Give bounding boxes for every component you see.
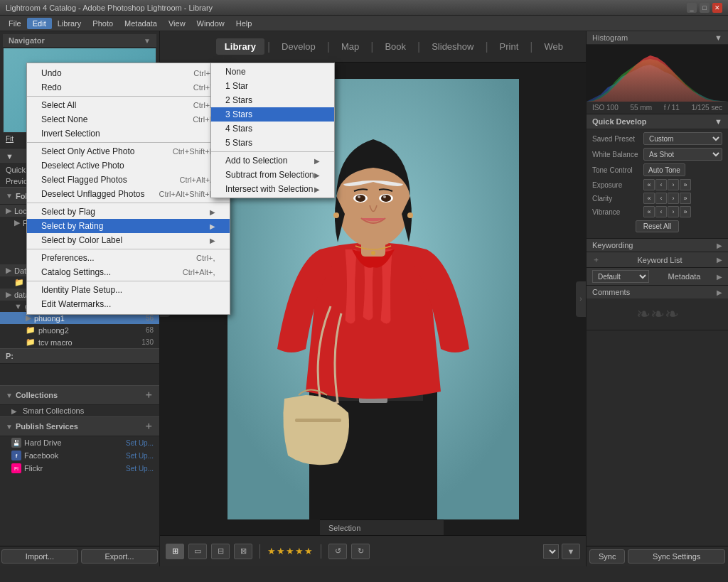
view-loupe[interactable]: ▭ [188, 544, 207, 559]
saved-preset-select[interactable]: Custom [643, 132, 722, 145]
menu-metadata[interactable]: Metadata [119, 18, 163, 29]
tab-print[interactable]: Print [491, 38, 528, 55]
exposure-minus[interactable]: ‹ [655, 179, 667, 190]
auto-tone-btn[interactable]: Auto Tone [643, 163, 685, 176]
clarity-dbl-minus[interactable]: « [643, 193, 655, 204]
exposure-dbl-minus[interactable]: « [643, 179, 655, 190]
vibrance-minus[interactable]: ‹ [655, 206, 667, 217]
tab-develop[interactable]: Develop [273, 38, 324, 55]
menu-identity-plate[interactable]: Identity Plate Setup... [27, 283, 230, 297]
rating-add-to-selection[interactable]: Add to Selection ▶ [211, 153, 334, 168]
comments-header[interactable]: Comments ▶ [587, 286, 728, 298]
publish-label: Publish Services [16, 422, 78, 431]
rating-5-stars[interactable]: 5 Stars [211, 136, 334, 150]
vibrance-plus[interactable]: › [668, 206, 679, 217]
menu-view[interactable]: View [163, 18, 191, 29]
view-compare[interactable]: ⊟ [211, 544, 230, 559]
tab-map[interactable]: Map [333, 38, 368, 55]
filmstrip-settings[interactable]: ▼ [562, 544, 580, 559]
reset-all-btn[interactable]: Reset All [636, 220, 679, 232]
menu-select-active[interactable]: Select Only Active Photo Ctrl+Shift+D [27, 144, 230, 158]
navigator-header[interactable]: Navigator ▼ [3, 34, 156, 48]
zoom-fit[interactable]: Fit [6, 135, 14, 143]
minimize-button[interactable]: _ [687, 3, 697, 13]
hard-drive-setup[interactable]: Set Up... [126, 439, 154, 447]
menu-undo[interactable]: Undo Ctrl+Z [27, 66, 230, 80]
menu-library[interactable]: Library [52, 18, 87, 29]
menu-deselect-active[interactable]: Deselect Active Photo / [27, 158, 230, 173]
rating-intersect-with-selection[interactable]: Intersect with Selection ▶ [211, 182, 334, 196]
publish-add[interactable]: ＋ [144, 420, 154, 433]
clarity-dbl-plus[interactable]: » [680, 193, 691, 204]
menu-edit[interactable]: Edit [27, 18, 52, 29]
rotate-left[interactable]: ↺ [328, 544, 347, 559]
menu-select-by-rating[interactable]: Select by Rating ▶ [27, 219, 230, 233]
vibrance-row: Vibrance « ‹ › » [592, 206, 722, 217]
metadata-select[interactable]: Default [592, 270, 649, 283]
white-balance-select[interactable]: As Shot [643, 148, 722, 161]
rating-1-star[interactable]: 1 Star [211, 79, 334, 93]
facebook-setup[interactable]: Set Up... [126, 452, 154, 460]
tcv-macro-row[interactable]: 📁 tcv macro 130 [0, 336, 159, 348]
keyword-list-add[interactable]: ＋ [592, 254, 600, 265]
menu-select-flagged[interactable]: Select Flagged Photos Ctrl+Alt+A [27, 173, 230, 187]
flickr-publish[interactable]: Fl Flickr Set Up... [0, 462, 159, 475]
filmstrip-sort[interactable] [543, 544, 559, 559]
metadata-header[interactable]: Default Metadata ▶ [587, 268, 728, 285]
collections-section-header[interactable]: ▼ Collections ＋ [0, 385, 159, 405]
sync-settings-button[interactable]: Sync Settings [628, 549, 725, 564]
publish-section-header[interactable]: ▼ Publish Services ＋ [0, 416, 159, 436]
exposure-dbl-plus[interactable]: » [680, 179, 691, 190]
rating-subtract-from-selection[interactable]: Subtract from Selection ▶ [211, 168, 334, 182]
menu-help[interactable]: Help [230, 18, 258, 29]
menu-photo[interactable]: Photo [87, 18, 119, 29]
menu-select-by-flag[interactable]: Select by Flag ▶ [27, 205, 230, 219]
menu-invert-selection[interactable]: Invert Selection [27, 126, 230, 141]
vibrance-dbl-plus[interactable]: » [680, 206, 691, 217]
hard-drive-publish[interactable]: 💾 Hard Drive Set Up... [0, 436, 159, 449]
maximize-button[interactable]: □ [700, 3, 710, 13]
vibrance-dbl-minus[interactable]: « [643, 206, 655, 217]
tab-book[interactable]: Book [376, 38, 414, 55]
menu-preferences[interactable]: Preferences... Ctrl+, [27, 251, 230, 265]
histogram-header[interactable]: Histogram ▼ [587, 31, 728, 45]
keywording-header[interactable]: Keywording ▶ [587, 239, 728, 252]
tab-web[interactable]: Web [536, 38, 572, 55]
menu-window[interactable]: Window [191, 18, 230, 29]
tab-slideshow[interactable]: Slideshow [423, 38, 482, 55]
navigator-arrow: ▼ [144, 37, 151, 45]
star-rating-display[interactable]: ★★★★★ [267, 546, 314, 556]
p-section-header[interactable]: P: [0, 348, 159, 364]
import-button[interactable]: Import... [1, 549, 78, 564]
tab-library[interactable]: Library [216, 38, 264, 55]
rating-2-stars[interactable]: 2 Stars [211, 93, 334, 107]
quick-develop-header[interactable]: Quick Develop ▼ [587, 114, 728, 129]
menu-deselect-unflagged[interactable]: Deselect Unflagged Photos Ctrl+Alt+Shift… [27, 187, 230, 201]
menu-select-by-color[interactable]: Select by Color Label ▶ [27, 233, 230, 247]
phuong2-row[interactable]: 📁 phuong2 68 [0, 324, 159, 336]
menu-file[interactable]: File [3, 18, 27, 29]
keyword-list-header[interactable]: ＋ Keyword List ▶ [587, 252, 728, 267]
clarity-plus[interactable]: › [668, 193, 679, 204]
collections-add[interactable]: ＋ [144, 389, 154, 402]
rotate-right[interactable]: ↻ [351, 544, 370, 559]
rating-3-stars[interactable]: 3 Stars [211, 107, 334, 122]
exposure-plus[interactable]: › [668, 179, 679, 190]
export-button[interactable]: Export... [81, 549, 158, 564]
sync-button[interactable]: Sync [589, 549, 625, 564]
flickr-setup[interactable]: Set Up... [126, 465, 154, 473]
view-grid[interactable]: ⊞ [166, 544, 184, 559]
right-panel-toggle[interactable]: › [576, 281, 586, 317]
menu-redo[interactable]: Redo Ctrl+Y [27, 80, 230, 95]
close-button[interactable]: ✕ [712, 3, 722, 13]
smart-collections-row[interactable]: ▶ Smart Collections [0, 405, 159, 416]
facebook-publish[interactable]: f Facebook Set Up... [0, 449, 159, 462]
menu-catalog-settings[interactable]: Catalog Settings... Ctrl+Alt+, [27, 265, 230, 279]
menu-select-all[interactable]: Select All Ctrl+A [27, 98, 230, 112]
menu-select-none[interactable]: Select None Ctrl+D [27, 112, 230, 126]
view-survey[interactable]: ⊠ [234, 544, 252, 559]
rating-4-stars[interactable]: 4 Stars [211, 122, 334, 136]
rating-none[interactable]: None [211, 65, 334, 79]
clarity-minus[interactable]: ‹ [655, 193, 667, 204]
menu-edit-watermarks[interactable]: Edit Watermarks... [27, 297, 230, 311]
